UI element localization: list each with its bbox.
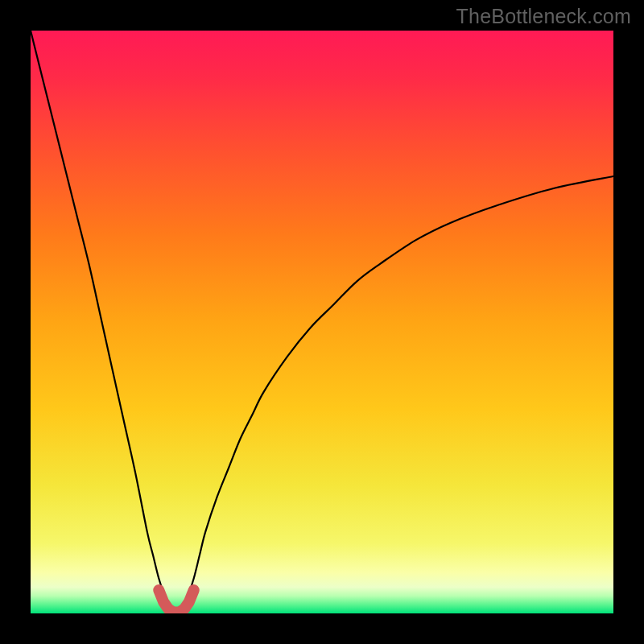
- watermark-text: TheBottleneck.com: [456, 5, 631, 28]
- chart-frame: TheBottleneck.com: [0, 0, 644, 644]
- chart-plot: [31, 31, 613, 613]
- plot-background: [31, 31, 613, 613]
